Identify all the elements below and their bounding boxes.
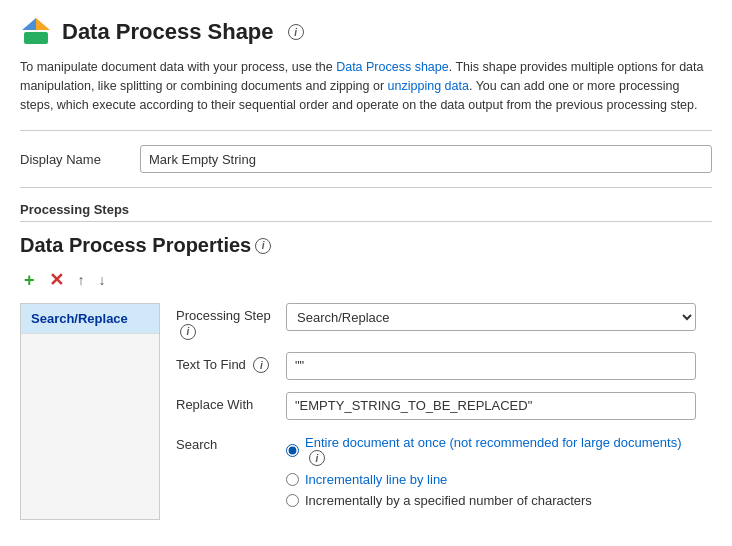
steps-toolbar: + ✕ ↑ ↓ xyxy=(20,267,712,293)
text-to-find-info-icon[interactable]: i xyxy=(253,357,269,373)
properties-panel: Processing Step i Search/Replace Text To… xyxy=(160,303,712,520)
search-entire-radio[interactable] xyxy=(286,444,299,457)
svg-marker-1 xyxy=(22,18,36,30)
text-to-find-input[interactable] xyxy=(286,352,696,380)
processing-step-content: Search/Replace xyxy=(286,303,696,331)
display-name-label: Display Name xyxy=(20,152,140,167)
remove-step-button[interactable]: ✕ xyxy=(45,267,68,293)
search-radio-group: Entire document at once (not recommended… xyxy=(286,432,696,509)
text-to-find-row: Text To Find i xyxy=(176,352,696,380)
main-content: Search/Replace Processing Step i Search/… xyxy=(20,303,712,520)
processing-step-label: Processing Step i xyxy=(176,303,286,340)
processing-steps-title: Processing Steps xyxy=(20,202,712,217)
replace-with-input[interactable] xyxy=(286,392,696,420)
replace-with-label: Replace With xyxy=(176,392,286,412)
display-name-row: Display Name xyxy=(20,145,712,173)
processing-step-info-icon[interactable]: i xyxy=(180,324,196,340)
move-down-button[interactable]: ↓ xyxy=(95,270,110,290)
search-line-radio[interactable] xyxy=(286,473,299,486)
search-option-chars: Incrementally by a specified number of c… xyxy=(286,493,696,508)
header-info-icon[interactable]: i xyxy=(288,24,304,40)
search-line-label: Incrementally line by line xyxy=(305,472,447,487)
text-to-find-label: Text To Find i xyxy=(176,352,286,374)
search-option-line: Incrementally line by line xyxy=(286,472,696,487)
page-title: Data Process Shape xyxy=(62,19,274,45)
svg-rect-2 xyxy=(24,32,48,44)
processing-steps-divider xyxy=(20,221,712,222)
steps-list: Search/Replace xyxy=(20,303,160,520)
replace-with-content xyxy=(286,392,696,420)
page-header: Data Process Shape i xyxy=(20,16,712,48)
svg-marker-0 xyxy=(36,18,50,30)
processing-step-row: Processing Step i Search/Replace xyxy=(176,303,696,340)
text-to-find-content xyxy=(286,352,696,380)
search-row: Search Entire document at once (not reco… xyxy=(176,432,696,509)
move-up-button[interactable]: ↑ xyxy=(74,270,89,290)
search-content: Entire document at once (not recommended… xyxy=(286,432,696,509)
data-process-properties-title: Data Process Properties i xyxy=(20,234,712,257)
data-process-icon xyxy=(20,16,52,48)
search-entire-label: Entire document at once (not recommended… xyxy=(305,435,696,467)
step-item-search-replace[interactable]: Search/Replace xyxy=(21,304,159,334)
middle-divider xyxy=(20,187,712,188)
replace-with-row: Replace With xyxy=(176,392,696,420)
add-step-button[interactable]: + xyxy=(20,268,39,293)
processing-step-select[interactable]: Search/Replace xyxy=(286,303,696,331)
search-option-entire: Entire document at once (not recommended… xyxy=(286,435,696,467)
display-name-input[interactable] xyxy=(140,145,712,173)
search-chars-radio[interactable] xyxy=(286,494,299,507)
top-divider xyxy=(20,130,712,131)
search-entire-info-icon[interactable]: i xyxy=(309,450,325,466)
search-label: Search xyxy=(176,432,286,452)
page-description: To manipulate document data with your pr… xyxy=(20,58,712,114)
properties-info-icon[interactable]: i xyxy=(255,238,271,254)
search-chars-label: Incrementally by a specified number of c… xyxy=(305,493,592,508)
